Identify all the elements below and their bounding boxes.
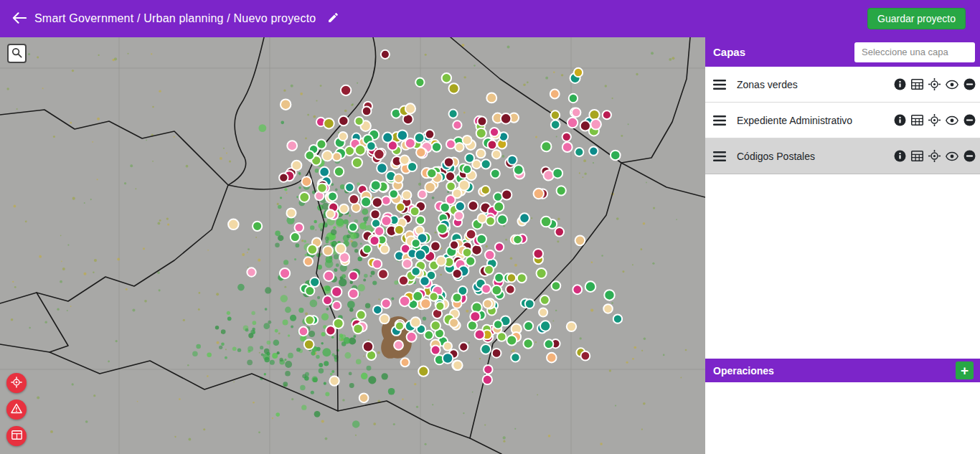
drag-handle-icon[interactable] [713, 115, 726, 126]
layer-locate-icon[interactable] [928, 78, 941, 90]
layer-visibility-icon[interactable] [946, 151, 958, 161]
locate-button[interactable] [6, 373, 27, 393]
operations-panel-header: Operaciones + [705, 359, 980, 382]
edit-title-button[interactable] [327, 11, 339, 26]
map-render [0, 37, 705, 454]
add-operation-button[interactable]: + [956, 361, 974, 379]
layers-panel-title: Capas [713, 46, 745, 58]
layer-label: Códigos Postales [737, 151, 815, 162]
layer-remove-icon[interactable] [963, 78, 976, 90]
pencil-icon [327, 11, 339, 26]
layer-table-icon[interactable] [911, 151, 923, 161]
layer-locate-icon[interactable] [928, 150, 941, 162]
map-tool-buttons [6, 373, 27, 446]
layer-actions [894, 114, 976, 126]
warning-triangle-icon [11, 403, 22, 416]
layer-label: Expediente Administrativo [737, 115, 852, 126]
sidebar-empty-area [705, 174, 980, 359]
data-table-button[interactable] [6, 426, 27, 446]
layer-row-codigos-postales[interactable]: Códigos Postales [705, 138, 980, 174]
layers-panel-header: Capas [705, 37, 980, 67]
drag-handle-icon[interactable] [713, 80, 726, 90]
layer-label: Zonas verdes [737, 79, 798, 90]
map-canvas[interactable] [0, 37, 705, 454]
arrow-left-icon [11, 11, 27, 27]
alerts-button[interactable] [6, 399, 27, 420]
layer-remove-icon[interactable] [963, 114, 976, 126]
layer-visibility-icon[interactable] [946, 80, 958, 90]
save-project-button[interactable]: Guardar proyecto [867, 8, 966, 29]
map-search-button[interactable] [7, 44, 27, 63]
layer-info-icon[interactable] [894, 114, 906, 126]
layer-locate-icon[interactable] [928, 114, 941, 126]
top-bar: Smart Government / Urban planning / Nuev… [0, 0, 980, 37]
layer-table-icon[interactable] [911, 79, 923, 90]
layers-sidebar: Capas Zonas verdes Expediente Administra… [705, 37, 980, 454]
drag-handle-icon[interactable] [713, 151, 726, 161]
crosshair-icon [11, 377, 22, 390]
layer-row-expediente-administrativo[interactable]: Expediente Administrativo [705, 103, 980, 138]
layer-remove-icon[interactable] [963, 150, 976, 162]
search-icon [11, 47, 22, 60]
layer-table-icon[interactable] [911, 115, 923, 126]
layer-actions [894, 78, 976, 90]
layer-row-zonas-verdes[interactable]: Zonas verdes [705, 67, 980, 103]
layer-visibility-icon[interactable] [946, 115, 958, 126]
back-button[interactable] [6, 6, 32, 32]
layer-info-icon[interactable] [894, 150, 906, 162]
grid-icon [11, 430, 22, 442]
layer-info-icon[interactable] [894, 78, 906, 90]
layer-actions [894, 150, 976, 162]
operations-empty-area [705, 382, 980, 454]
layer-search-input[interactable] [854, 42, 975, 62]
breadcrumb-title: Smart Government / Urban planning / Nuev… [34, 12, 316, 25]
operations-panel-title: Operaciones [713, 365, 774, 377]
